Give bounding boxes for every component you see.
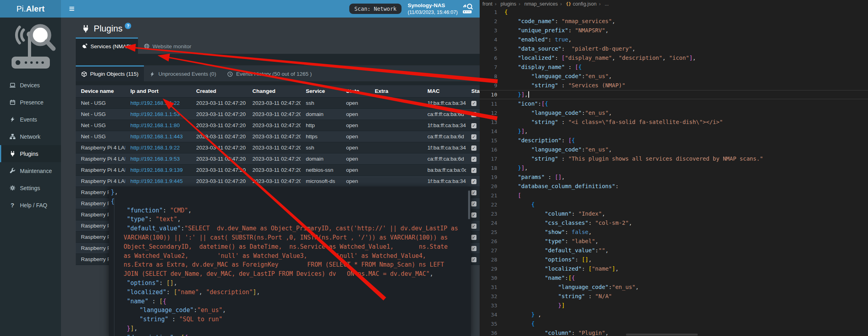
table-row[interactable]: Raspberry Pi 4 LAN http://192.168.1.9:13… <box>76 164 480 175</box>
column-header[interactable]: Device name <box>76 85 125 97</box>
line-number[interactable]: 19 <box>480 173 497 182</box>
status-checkbox[interactable]: ✓ <box>471 212 476 218</box>
line-number[interactable]: 24 <box>480 218 497 228</box>
line-number[interactable]: 11 <box>480 99 497 108</box>
status-checkbox[interactable]: ✓ <box>471 123 476 128</box>
status-checkbox[interactable]: ✓ <box>471 201 476 206</box>
status-checkbox[interactable]: ✓ <box>471 134 476 140</box>
line-number[interactable]: 3 <box>480 26 497 35</box>
ip-port-link[interactable]: http://192.168.1.9:53 <box>130 156 180 162</box>
table-row[interactable]: Net - USG http://192.168.1.1:53 2023-03-… <box>76 108 480 120</box>
line-number[interactable]: 12 <box>480 108 497 118</box>
sidebar-item-devices[interactable]: Devices <box>0 77 61 94</box>
ip-port-link[interactable]: http://192.168.1.1:80 <box>130 122 180 128</box>
line-number[interactable]: 9 <box>480 81 497 90</box>
line-number[interactable]: 29 <box>480 264 497 273</box>
line-number[interactable]: 28 <box>480 255 497 264</box>
column-header[interactable]: Status <box>466 85 480 97</box>
status-checkbox[interactable]: ✓ <box>471 145 476 151</box>
breadcrumb-item[interactable]: {} config.json <box>558 1 596 7</box>
line-number[interactable]: 34 <box>480 310 497 319</box>
status-checkbox[interactable]: ✓ <box>471 101 476 106</box>
breadcrumb-item[interactable]: {} plugins <box>492 1 516 7</box>
status-checkbox[interactable]: ✓ <box>471 157 476 162</box>
line-number[interactable]: 30 <box>480 273 497 283</box>
breadcrumb-item[interactable]: {} nmap_services <box>516 1 558 7</box>
line-number[interactable]: 36 <box>480 328 497 336</box>
code-editor[interactable]: {} front {} plugins {} nmap_services {} … <box>480 0 868 336</box>
status-checkbox[interactable]: ✓ <box>471 235 476 240</box>
column-header[interactable]: Service <box>301 85 341 97</box>
status-checkbox[interactable]: ✓ <box>471 112 476 117</box>
line-number[interactable]: 7 <box>480 63 497 72</box>
line-number[interactable]: 15 <box>480 136 497 145</box>
ip-port-link[interactable]: http://192.168.1.9:139 <box>130 167 183 173</box>
line-number[interactable]: 1 <box>480 8 497 17</box>
column-header[interactable]: Extra <box>370 85 422 97</box>
line-number[interactable]: 32 <box>480 292 497 301</box>
sidebar-item-presence[interactable]: Presence <box>0 94 61 111</box>
overlay-scrollbar[interactable] <box>468 191 470 219</box>
table-row[interactable]: Net - USG http://192.168.1.1:443 2023-03… <box>76 131 480 142</box>
line-number[interactable]: 2 <box>480 17 497 26</box>
line-number[interactable]: 23 <box>480 209 497 218</box>
ip-port-link[interactable]: http://192.168.1.1:22 <box>130 100 180 106</box>
column-header[interactable]: State <box>341 85 370 97</box>
line-number[interactable]: 17 <box>480 154 497 163</box>
brand-logo[interactable]: Pi.Alert <box>0 0 61 18</box>
line-number[interactable]: 27 <box>480 246 497 255</box>
table-row[interactable]: Net - USG http://192.168.1.1:80 2023-03-… <box>76 120 480 131</box>
line-number[interactable]: 8 <box>480 72 497 81</box>
status-checkbox[interactable]: ✓ <box>471 246 476 251</box>
line-number[interactable]: 26 <box>480 237 497 246</box>
status-checkbox[interactable]: ✓ <box>471 179 476 184</box>
line-number[interactable]: 25 <box>480 228 497 237</box>
editor-horizontal-scrollbar[interactable] <box>626 334 698 336</box>
sidebar-item-settings[interactable]: Settings <box>0 179 61 196</box>
sidebar-item-help[interactable]: ? Help / FAQ <box>0 196 61 214</box>
line-number[interactable]: 16 <box>480 145 497 154</box>
table-row[interactable]: Raspberry Pi 4 LAN http://192.168.1.9:22… <box>76 142 480 153</box>
tab-unprocessed-events[interactable]: Unprocessed Events (0) <box>144 65 222 81</box>
line-number[interactable]: 20 <box>480 182 497 191</box>
table-row[interactable]: Net - USG http://192.168.1.1:22 2023-03-… <box>76 97 480 108</box>
status-checkbox[interactable]: ✓ <box>471 190 476 195</box>
tab-services-nmap[interactable]: Services (NMAP) <box>76 37 138 54</box>
table-row[interactable]: Raspberry Pi 4 LAN http://192.168.1.9:44… <box>76 175 480 187</box>
line-number[interactable]: 21 <box>480 191 497 200</box>
breadcrumb-item[interactable]: {} front <box>482 1 492 7</box>
column-header[interactable]: MAC <box>422 85 466 97</box>
sidebar-item-maintenance[interactable]: Maintenance <box>0 162 61 179</box>
ip-port-link[interactable]: http://192.168.1.9:445 <box>130 178 183 184</box>
line-number[interactable]: 13 <box>480 118 497 127</box>
line-number[interactable]: 5 <box>480 44 497 53</box>
line-number[interactable]: 35 <box>480 319 497 328</box>
line-number[interactable]: 4 <box>480 35 497 44</box>
line-number[interactable]: 6 <box>480 53 497 63</box>
line-number[interactable]: 18 <box>480 163 497 173</box>
status-checkbox[interactable]: ✓ <box>471 257 476 262</box>
tab-plugin-objects[interactable]: Plugin Objects (115) <box>76 65 144 81</box>
line-number[interactable]: 31 <box>480 283 497 292</box>
ip-port-link[interactable]: http://192.168.1.9:22 <box>130 145 180 151</box>
column-header[interactable]: Changed <box>247 85 301 97</box>
tab-website-monitor[interactable]: Website monitor <box>138 37 197 54</box>
ip-port-link[interactable]: http://192.168.1.1:443 <box>130 134 183 140</box>
tab-events-history[interactable]: Events History (50 out of 1265 ) <box>222 65 317 81</box>
line-number[interactable]: 14 <box>480 127 497 136</box>
editor-lines[interactable]: 1 { 2 "code_name": "nmap_services", 3 "u… <box>480 8 868 336</box>
sidebar-item-network[interactable]: Network <box>0 128 61 145</box>
ip-port-link[interactable]: http://192.168.1.1:53 <box>130 111 180 117</box>
sidebar-item-plugins[interactable]: Plugins <box>0 145 61 162</box>
breadcrumb-item[interactable]: {} ... <box>596 1 609 7</box>
table-row[interactable]: Raspberry Pi 4 LAN http://192.168.1.9:53… <box>76 153 480 164</box>
menu-toggle-button[interactable]: ≡ <box>61 0 83 18</box>
line-number[interactable]: 10 <box>480 90 497 99</box>
line-number[interactable]: 33 <box>480 301 497 310</box>
line-number[interactable]: 22 <box>480 200 497 209</box>
column-header[interactable]: Created <box>191 85 247 97</box>
status-checkbox[interactable]: ✓ <box>471 224 476 229</box>
help-badge[interactable]: ? <box>125 23 131 29</box>
status-checkbox[interactable]: ✓ <box>471 168 476 173</box>
column-header[interactable]: Ip and Port <box>125 85 191 97</box>
